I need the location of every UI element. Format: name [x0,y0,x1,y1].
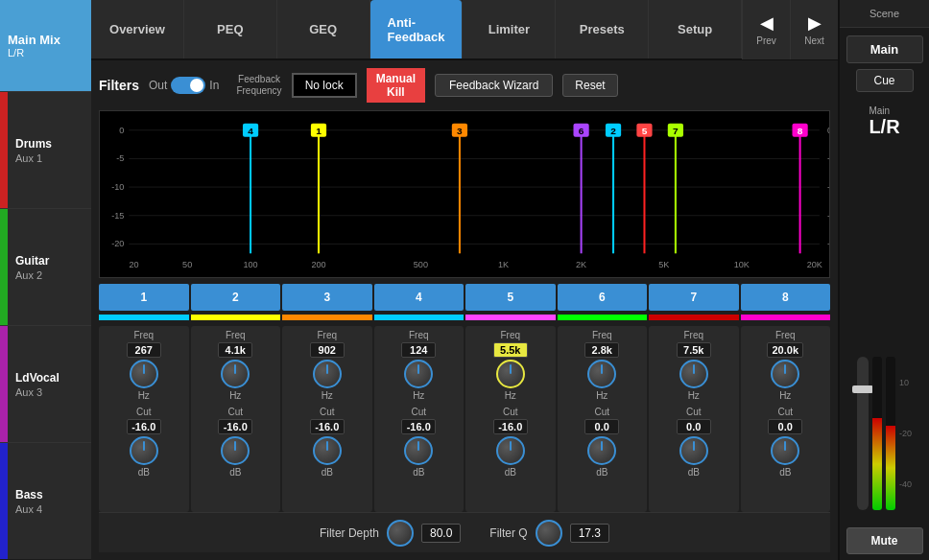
filter-q-value[interactable]: 17.3 [570,524,609,543]
nav-tab-overview[interactable]: Overview [91,0,184,58]
feedback-wizard-button[interactable]: Feedback Wizard [435,74,553,97]
cut-knob[interactable] [771,436,799,465]
cut-knob[interactable] [130,436,158,465]
svg-text:3: 3 [457,126,463,136]
mute-button[interactable]: Mute [846,527,923,554]
cut-knob[interactable] [313,436,342,465]
cut-knob[interactable] [587,436,616,465]
main-button[interactable]: Main [846,35,923,63]
nav-tab-geq[interactable]: GEQ [277,0,370,58]
nav-tab-peq[interactable]: PEQ [184,0,277,58]
cut-label: Cut [503,407,518,417]
main-content: OverviewPEQGEQAnti-FeedbackLimiterPreset… [91,0,838,560]
sidebar-channel-2[interactable]: LdVocal Aux 3 [0,325,91,442]
db-label-10: 10 [899,378,912,387]
channel-name: Drums [15,137,83,151]
cut-value[interactable]: -16.0 [310,419,345,434]
svg-text:1: 1 [316,126,322,136]
filter-depth-knob[interactable] [387,520,414,547]
filter-q-knob[interactable] [536,520,562,547]
svg-text:-10: -10 [827,182,829,192]
cut-unit: dB [413,467,424,478]
channel-sub: Aux 2 [15,269,83,281]
freq-value[interactable]: 902 [310,342,345,358]
freq-knob[interactable] [587,360,616,388]
filter-tab-5[interactable]: 5 [465,284,556,311]
filter-tab-8[interactable]: 8 [741,284,831,311]
freq-value[interactable]: 20.0k [767,342,803,358]
sidebar-main-mix-sub: L/R [8,47,83,58]
freq-knob[interactable] [313,360,342,388]
filter-tab-2[interactable]: 2 [191,284,281,311]
filter-tab-1[interactable]: 1 [99,284,189,311]
cut-knob[interactable] [404,436,433,465]
nav-tab-limiter[interactable]: Limiter [463,0,556,58]
nav-tab-anti-feedback[interactable]: Anti-Feedback [370,0,464,58]
freq-value[interactable]: 7.5k [677,342,711,358]
fader-handle[interactable] [852,385,873,393]
freq-knob[interactable] [130,360,158,388]
filter-depth-value[interactable]: 80.0 [421,524,461,543]
svg-text:100: 100 [243,260,257,269]
prev-label: Prev [756,35,776,46]
filter-tab-6[interactable]: 6 [558,284,648,311]
manual-kill-button[interactable]: ManualKill [367,68,425,103]
filter-q-control: Filter Q 17.3 [489,520,609,547]
sidebar-channel-0[interactable]: Drums Aux 1 [0,91,91,208]
fader-area: 10 -20 -40 [853,144,916,514]
cut-value[interactable]: 0.0 [584,419,619,434]
freq-knob[interactable] [221,360,250,388]
freq-value[interactable]: 124 [401,342,436,358]
svg-text:20K: 20K [807,260,822,269]
cut-label: Cut [227,407,243,417]
filter-toggle[interactable] [171,77,205,94]
filter-tab-4[interactable]: 4 [374,284,464,311]
freq-value[interactable]: 2.8k [584,342,619,358]
freq-unit: Hz [596,390,607,401]
freq-value[interactable]: 5.5k [493,342,528,358]
cut-value[interactable]: -16.0 [127,419,161,434]
cut-value[interactable]: -16.0 [218,419,252,434]
cut-knob[interactable] [679,436,708,465]
filters-label: Filters [99,78,139,93]
nav-tab-setup[interactable]: Setup [649,0,742,58]
cut-unit: dB [138,467,150,478]
freq-label: Freq [409,330,429,340]
reset-button[interactable]: Reset [562,74,617,97]
prev-button[interactable]: ◀ Prev [742,0,790,59]
freq-knob[interactable] [679,360,708,388]
sidebar-channel-1[interactable]: Guitar Aux 2 [0,208,91,325]
no-lock-button[interactable]: No lock [292,73,357,98]
cut-value[interactable]: 0.0 [768,419,802,434]
freq-knob[interactable] [771,360,799,388]
sidebar-channel-3[interactable]: Bass Aux 4 [0,442,91,559]
filter-column-7: Freq 20.0k Hz Cut 0.0 dB [741,326,831,512]
cut-value[interactable]: -16.0 [401,419,436,434]
freq-value[interactable]: 4.1k [218,342,252,358]
cue-button[interactable]: Cue [856,69,914,92]
filter-depth-label: Filter Depth [320,526,379,540]
cut-knob[interactable] [496,436,525,465]
freq-label: Freq [775,330,796,340]
fader-track [857,357,869,510]
next-button[interactable]: ▶ Next [790,0,838,59]
cut-knob[interactable] [221,436,250,465]
filter-tab-3[interactable]: 3 [282,284,372,311]
filter-color-strip [99,315,830,320]
freq-unit: Hz [413,390,424,401]
channel-color-bar [0,92,8,208]
lr-sub-label: Main [869,105,899,116]
filter-tab-7[interactable]: 7 [649,284,739,311]
sidebar-main-mix[interactable]: Main Mix L/R [0,0,91,91]
freq-value[interactable]: 267 [127,342,161,358]
controls-row: Filters Out In FeedbackFrequency No lock… [99,68,830,103]
nav-tab-presets[interactable]: Presets [556,0,649,58]
cut-value[interactable]: 0.0 [677,419,711,434]
channel-sub: Aux 4 [15,503,83,515]
color-strip-7 [741,315,831,320]
nav-tab-label: Limiter [488,22,530,36]
freq-knob[interactable] [404,360,433,388]
cut-value[interactable]: -16.0 [493,419,528,434]
filter-column-6: Freq 7.5k Hz Cut 0.0 dB [649,326,739,512]
freq-knob[interactable] [496,360,525,388]
